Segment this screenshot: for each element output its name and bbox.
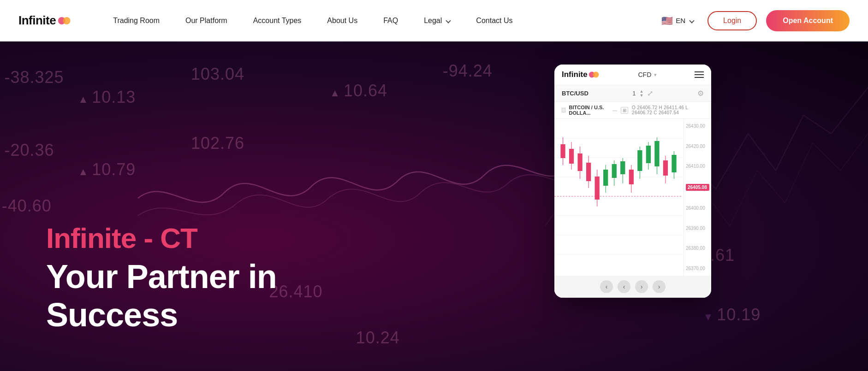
mockup-header: Infinite CFD ▾ bbox=[554, 65, 711, 85]
scroll-left-btn[interactable]: ‹ bbox=[600, 280, 613, 293]
scroll-right-btn[interactable]: › bbox=[653, 280, 666, 293]
mockup-quantity-arrows[interactable]: ▲ ▼ bbox=[640, 89, 644, 98]
scroll-forward-btn[interactable]: › bbox=[635, 280, 648, 293]
legal-chevron-icon bbox=[446, 18, 451, 23]
price-5: 26390.00 bbox=[686, 226, 709, 231]
logo-text: Infinite bbox=[18, 13, 56, 28]
svg-point-1 bbox=[63, 17, 71, 24]
mockup-pair-icon bbox=[562, 108, 565, 112]
nav-item-our-platform[interactable]: Our Platform bbox=[172, 0, 240, 41]
mockup-cfd-label: CFD bbox=[638, 71, 651, 78]
svg-rect-15 bbox=[569, 149, 574, 164]
svg-rect-33 bbox=[646, 146, 651, 163]
svg-rect-31 bbox=[637, 150, 642, 171]
mockup-info-bar: BITCOIN / U.S. DOLLA... — ⊞ O 26406.72 H… bbox=[554, 102, 711, 119]
mockup-cfd-section: CFD ▾ bbox=[638, 71, 657, 78]
hero-section: -38.325 10.13 -20.36 103.04 10.79 -40.60… bbox=[0, 41, 868, 371]
svg-rect-25 bbox=[612, 164, 617, 178]
mockup-ohlc-data: O 26406.72 H 26411.46 L 26406.72 C 26407… bbox=[632, 105, 704, 115]
mockup-controls: 1 ▲ ▼ ⤢ bbox=[632, 89, 653, 98]
svg-rect-21 bbox=[595, 177, 600, 200]
mockup-expand-icon[interactable]: ⤢ bbox=[647, 89, 653, 98]
nav-item-legal[interactable]: Legal bbox=[411, 0, 463, 41]
svg-rect-19 bbox=[586, 163, 591, 181]
lang-code: EN bbox=[676, 17, 685, 24]
mockup-minus-icon: — bbox=[612, 108, 617, 113]
login-button[interactable]: Login bbox=[707, 11, 757, 30]
candles-container bbox=[554, 119, 683, 276]
svg-rect-35 bbox=[654, 141, 659, 166]
nav-right: 🇺🇸 EN Login Open Account bbox=[657, 10, 850, 31]
lang-chevron-icon bbox=[689, 18, 694, 23]
nav-item-trading-room[interactable]: Trading Room bbox=[100, 0, 172, 41]
mockup-footer: ‹ ‹ › › bbox=[554, 276, 711, 298]
hero-content: Infinite - CT Your Partner in Success bbox=[46, 223, 277, 334]
price-axis: 26430.00 26420.00 26410.00 26405.08 2640… bbox=[684, 119, 711, 276]
nav-item-about-us[interactable]: About Us bbox=[314, 0, 370, 41]
mockup-logo-icon bbox=[589, 71, 600, 79]
nav-item-faq[interactable]: FAQ bbox=[370, 0, 411, 41]
mockup-menu-icon[interactable] bbox=[695, 71, 704, 78]
hero-title: Your Partner in Success bbox=[46, 258, 277, 334]
mockup-quantity: 1 bbox=[632, 90, 636, 97]
svg-rect-13 bbox=[560, 144, 565, 158]
flag-icon: 🇺🇸 bbox=[661, 15, 673, 26]
price-4: 26400.00 bbox=[686, 206, 709, 211]
mockup-settings-icon[interactable]: ⚙ bbox=[697, 89, 704, 98]
mockup-pair-label: BTC/USD bbox=[562, 90, 589, 97]
language-selector[interactable]: 🇺🇸 EN bbox=[657, 12, 698, 29]
price-2: 26420.00 bbox=[686, 144, 709, 149]
mockup-cfd-chevron: ▾ bbox=[654, 72, 657, 78]
price-highlight: 26405.08 bbox=[686, 184, 709, 191]
price-1: 26430.00 bbox=[686, 124, 709, 129]
logo-icon bbox=[58, 16, 72, 26]
svg-point-3 bbox=[593, 72, 599, 78]
platform-mockup: Infinite CFD ▾ BTC/USD 1 bbox=[554, 65, 711, 298]
mockup-chart-area: 26430.00 26420.00 26410.00 26405.08 2640… bbox=[554, 119, 711, 276]
svg-rect-29 bbox=[629, 170, 634, 184]
scroll-back-btn[interactable]: ‹ bbox=[618, 280, 630, 293]
svg-rect-27 bbox=[620, 161, 625, 174]
logo[interactable]: Infinite bbox=[18, 13, 72, 28]
svg-rect-37 bbox=[663, 160, 668, 176]
svg-rect-23 bbox=[603, 170, 608, 186]
open-account-button[interactable]: Open Account bbox=[766, 10, 850, 31]
mockup-right-controls: ⚙ bbox=[697, 89, 704, 98]
mockup-chart-type[interactable]: ⊞ bbox=[621, 107, 628, 114]
mockup-logo: Infinite bbox=[562, 70, 600, 79]
candlestick-chart bbox=[554, 119, 683, 276]
nav-item-contact-us[interactable]: Contact Us bbox=[463, 0, 525, 41]
svg-rect-39 bbox=[672, 155, 676, 172]
mockup-logo-text: Infinite bbox=[562, 70, 588, 79]
navbar: Infinite Trading Room Our Platform Accou… bbox=[0, 0, 868, 41]
price-6: 26380.00 bbox=[686, 246, 709, 251]
mockup-toolbar: BTC/USD 1 ▲ ▼ ⤢ ⚙ bbox=[554, 85, 711, 102]
hero-subtitle: Infinite - CT bbox=[46, 223, 277, 254]
price-3: 26410.00 bbox=[686, 164, 709, 169]
price-7: 26370.00 bbox=[686, 266, 709, 271]
mockup-pair-full-name: BITCOIN / U.S. DOLLA... bbox=[569, 105, 609, 116]
nav-links: Trading Room Our Platform Account Types … bbox=[100, 0, 657, 41]
svg-rect-17 bbox=[577, 153, 582, 171]
nav-item-account-types[interactable]: Account Types bbox=[240, 0, 315, 41]
